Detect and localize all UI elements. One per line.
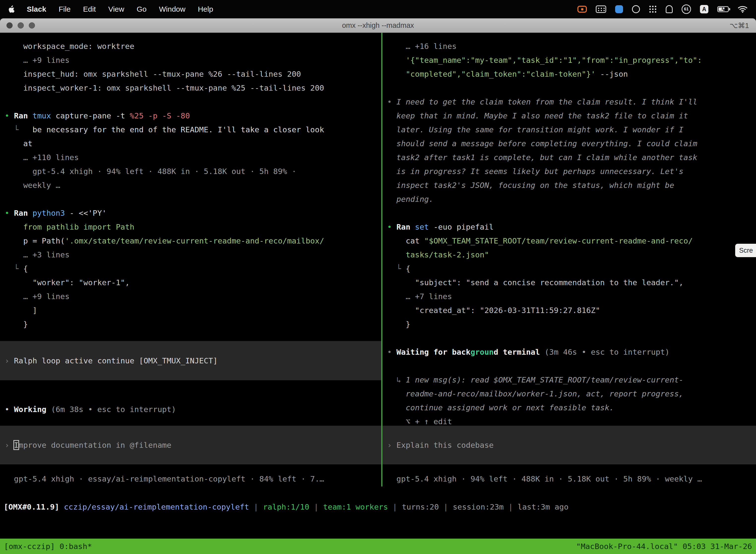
terminal-line: gpt-5.4 xhigh · 94% left · 488K in · 5.1… xyxy=(387,472,756,486)
terminal-line: › Ralph loop active continue [OMX_TMUX_I… xyxy=(5,354,381,368)
battery-icon[interactable]: ϟ xyxy=(717,6,729,12)
menu-item-help[interactable]: Help xyxy=(198,5,213,13)
terminal-line: › Improve documentation in @filename xyxy=(5,438,381,452)
left-pane-scrollback: workspace_mode: worktree … +9 lines insp… xyxy=(0,33,381,331)
terminal-line: at xyxy=(5,136,381,151)
terminal-line: is in progress? It seems likely but perh… xyxy=(387,164,756,178)
apple-menu-icon[interactable] xyxy=(8,5,15,13)
tmux-host-clock: "MacBook-Pro-44.local" 05:03 31-Mar-26 xyxy=(576,542,752,551)
left-footer-status: gpt-5.4 xhigh · essay/ai-reimplementatio… xyxy=(0,472,381,486)
menu-bar-status-icons: 61 A ϟ xyxy=(577,4,748,14)
composer-input-right[interactable]: › Explain this codebase xyxy=(382,426,756,464)
left-pane[interactable]: workspace_mode: worktree … +9 lines insp… xyxy=(0,33,381,487)
terminal-line: • Ran set -euo pipefail xyxy=(387,220,756,234)
terminal-line: p = Path('.omx/state/team/review-current… xyxy=(5,234,381,248)
ghost-icon[interactable] xyxy=(666,5,673,13)
terminal-line: └ be necessary for the end of the README… xyxy=(5,123,381,136)
terminal-line: "created_at": "2026-03-31T11:59:27.816Z" xyxy=(387,303,756,317)
menu-item-go[interactable]: Go xyxy=(137,5,146,13)
terminal-line: … +7 lines xyxy=(387,289,756,303)
right-pane-scrollback: … +16 lines '{"team_name":"my-team","tas… xyxy=(382,33,756,428)
ralph-loop-banner: › Ralph loop active continue [OMX_TMUX_I… xyxy=(0,341,381,380)
terminal-line: gpt-5.4 xhigh · essay/ai-reimplementatio… xyxy=(5,472,381,486)
terminal-line: readme-and-reco/mailbox/worker-1.json, a… xyxy=(387,387,756,401)
tmux-status-bar: [omx-cczip] 0:bash* "MacBook-Pro-44.loca… xyxy=(0,539,756,554)
keyboard-icon[interactable] xyxy=(596,5,606,13)
terminal-line: task2 after task1 is complete, but can I… xyxy=(387,151,756,164)
terminal-line: • Ran python3 - <<'PY' xyxy=(5,206,381,220)
window-titlebar: omx --xhigh --madmax ⌥⌘1 xyxy=(0,18,756,33)
zoom-button[interactable] xyxy=(29,22,35,29)
tmux-panes: workspace_mode: worktree … +9 lines insp… xyxy=(0,33,756,487)
terminal-line: cat "$OMX_TEAM_STATE_ROOT/team/review-cu… xyxy=(387,234,756,248)
terminal-line: … +110 lines xyxy=(5,151,381,164)
right-pane[interactable]: … +16 lines '{"team_name":"my-team","tas… xyxy=(382,33,756,487)
terminal-line: inspect task2's JSON, focusing on the st… xyxy=(387,178,756,192)
terminal-line: tasks/task-2.json" xyxy=(387,248,756,262)
terminal-line: '{"team_name":"my-team","task_id":"1","f… xyxy=(387,53,756,67)
terminal-line: } xyxy=(387,317,756,331)
terminal-line xyxy=(387,331,756,345)
menu-item-edit[interactable]: Edit xyxy=(83,5,96,13)
tmux-session-window: [omx-cczip] 0:bash* xyxy=(4,542,92,551)
terminal-line: keep that in mind. Maybe I also need the… xyxy=(387,109,756,123)
terminal-line xyxy=(5,95,381,109)
terminal-line: "MacBook-Pro-44.local" 05:03 31-Mar-26 xyxy=(576,542,752,551)
screen-notification-text: Scre xyxy=(739,247,753,255)
terminal-line: workspace_mode: worktree xyxy=(5,39,381,53)
terminal-line: • Waiting for background terminal (3m 46… xyxy=(387,345,756,359)
menu-item-view[interactable]: View xyxy=(108,5,124,13)
input-source-icon[interactable]: A xyxy=(700,5,708,13)
terminal-line: "completed","claim_token":"claim-token"}… xyxy=(387,67,756,81)
window-title: omx --xhigh --madmax xyxy=(0,21,756,30)
terminal-line: ] xyxy=(5,303,381,317)
blue-app-icon[interactable] xyxy=(615,5,623,13)
terminal-line xyxy=(5,192,381,206)
terminal-line: … +9 lines xyxy=(5,289,381,303)
menu-item-slack[interactable]: Slack xyxy=(27,5,46,13)
terminal-line: later. Using the same for transition mig… xyxy=(387,123,756,136)
terminal-line: pending. xyxy=(387,192,756,206)
minimize-button[interactable] xyxy=(18,22,24,29)
terminal-line: … +16 lines xyxy=(387,39,756,53)
terminal-line: └ { xyxy=(387,262,756,276)
terminal-line: should send a message before completing … xyxy=(387,136,756,151)
menu-item-window[interactable]: Window xyxy=(159,5,186,13)
battery-percent-badge[interactable]: 61 xyxy=(682,4,691,14)
terminal-line: } xyxy=(5,317,381,331)
menu-bar: Slack File Edit View Go Window Help 61 A… xyxy=(0,0,756,18)
terminal-line xyxy=(387,359,756,373)
terminal-line: › Explain this codebase xyxy=(387,438,756,452)
terminal-line: • I need to get the claim token from the… xyxy=(387,95,756,109)
terminal-line: "worker": "worker-1", xyxy=(5,276,381,289)
terminal-line: inspect_worker-1: omx sparkshell --tmux-… xyxy=(5,81,381,95)
window-shortcut: ⌥⌘1 xyxy=(730,21,749,30)
screen-notification: Scre xyxy=(735,244,756,257)
terminal-line: from pathlib import Path xyxy=(5,220,381,234)
copilot-icon[interactable] xyxy=(632,5,640,13)
terminal-line: weekly … xyxy=(5,178,381,192)
terminal-line: continue assigned work or next feasible … xyxy=(387,401,756,414)
screen-recording-icon[interactable] xyxy=(577,6,587,13)
terminal-line: "subject": "send a concise recommendatio… xyxy=(387,276,756,289)
working-status: • Working (6m 38s • esc to interrupt) xyxy=(0,402,381,416)
wifi-icon[interactable] xyxy=(738,5,748,13)
omx-status-line: [OMX#0.11.9] cczip/essay/ai-reimplementa… xyxy=(0,500,756,514)
terminal-line: [omx-cczip] 0:bash* xyxy=(4,542,92,551)
right-footer-status: gpt-5.4 xhigh · 94% left · 488K in · 5.1… xyxy=(382,472,756,486)
terminal-line: … +9 lines xyxy=(5,53,381,67)
dots-grid-icon[interactable] xyxy=(649,5,657,13)
terminal-line: … +3 lines xyxy=(5,248,381,262)
menu-item-file[interactable]: File xyxy=(59,5,70,13)
terminal-line: └ { xyxy=(5,262,381,276)
terminal-line xyxy=(387,81,756,95)
terminal-line: gpt-5.4 xhigh · 94% left · 488K in · 5.1… xyxy=(5,164,381,178)
terminal-line: • Working (6m 38s • esc to interrupt) xyxy=(5,402,381,416)
composer-input-left[interactable]: › Improve documentation in @filename xyxy=(0,426,381,464)
terminal-line xyxy=(387,206,756,220)
terminal-line: inspect_hud: omx sparkshell --tmux-pane … xyxy=(5,67,381,81)
terminal-line: [OMX#0.11.9] cczip/essay/ai-reimplementa… xyxy=(4,500,756,514)
close-button[interactable] xyxy=(6,22,13,29)
terminal-line: • Ran tmux capture-pane -t %25 -p -S -80 xyxy=(5,109,381,123)
terminal-line: ↳ 1 new msg(s): read $OMX_TEAM_STATE_ROO… xyxy=(387,373,756,387)
